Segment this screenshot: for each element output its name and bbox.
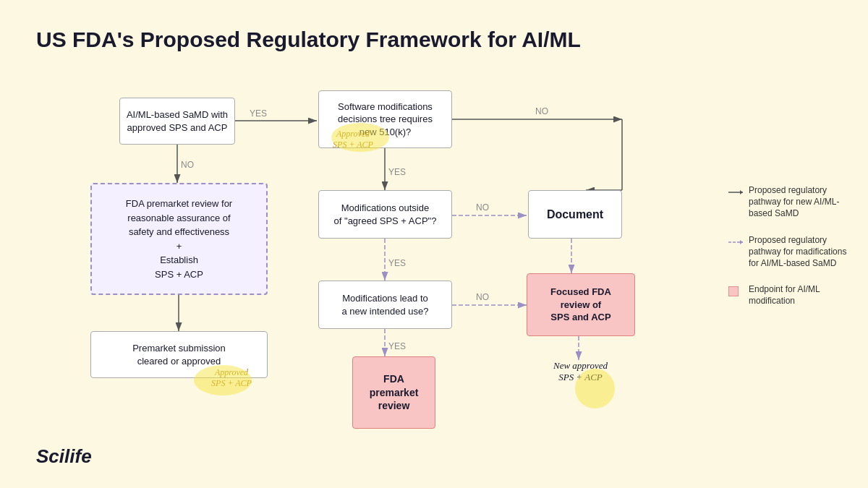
yellow-circle-top xyxy=(331,123,389,152)
title: US FDA's Proposed Regulatory Framework f… xyxy=(36,27,581,52)
fda-premarket-review2-box: FDApremarketreview xyxy=(352,356,435,429)
yellow-circle-new xyxy=(575,369,615,408)
mod-new-use-box: Modifications lead toa new intended use? xyxy=(318,281,452,329)
svg-text:NO: NO xyxy=(535,106,548,116)
yellow-circle-bottom xyxy=(194,365,252,395)
legend-item-2: Proposed regulatory pathway for madifica… xyxy=(728,234,855,270)
svg-text:YES: YES xyxy=(250,108,267,119)
svg-rect-28 xyxy=(728,286,739,296)
mod-outside-box: Modifications outsideof "agreed SPS + AC… xyxy=(318,190,452,239)
svg-text:NO: NO xyxy=(476,292,489,302)
svg-text:NO: NO xyxy=(181,160,194,170)
focused-fda-box: Focused FDAreview ofSPS and ACP xyxy=(527,273,635,336)
samd-box: AI/ML-based SaMD with approved SPS and A… xyxy=(119,98,235,145)
svg-text:YES: YES xyxy=(388,258,406,268)
legend-line-dashed xyxy=(728,237,743,246)
legend-line-solid xyxy=(728,187,743,196)
svg-text:YES: YES xyxy=(388,167,406,177)
svg-text:YES: YES xyxy=(388,341,406,351)
legend-text-3: Endpoint for AI/ML modification xyxy=(749,283,855,307)
legend-item-3: Endpoint for AI/ML modification xyxy=(728,283,855,307)
svg-text:NO: NO xyxy=(476,202,489,213)
svg-marker-25 xyxy=(740,190,743,194)
legend: Proposed regulatory pathway for new AI/M… xyxy=(728,184,855,322)
document-box: Document xyxy=(528,190,622,239)
legend-text-2: Proposed regulatory pathway for madifica… xyxy=(749,234,855,270)
legend-item-1: Proposed regulatory pathway for new AI/M… xyxy=(728,184,855,220)
svg-marker-27 xyxy=(740,240,743,244)
legend-text-1: Proposed regulatory pathway for new AI/M… xyxy=(749,184,855,220)
scilife-logo: Scilife xyxy=(36,445,92,468)
legend-square-pink xyxy=(728,286,743,295)
fda-premarket-review-box: FDA premarket review forreasonable assur… xyxy=(90,183,268,295)
